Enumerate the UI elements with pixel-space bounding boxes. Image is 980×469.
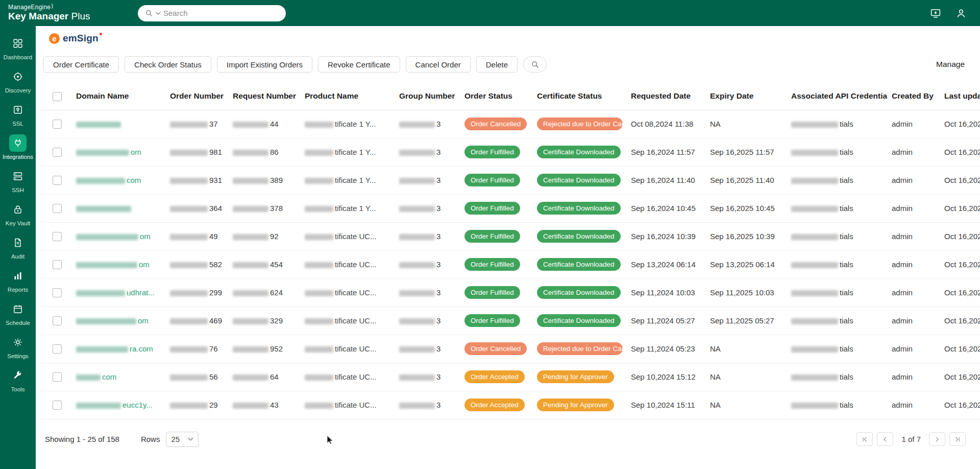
sidebar-item-settings[interactable]: Settings [0, 330, 36, 363]
cell-product-name: tificate UC... [301, 222, 395, 250]
cell-certificate-status: Certificate Downloaded [533, 250, 627, 278]
cell-api-credential: tials [787, 110, 888, 138]
first-page-button[interactable] [856, 432, 873, 446]
manage-link[interactable]: Manage [936, 60, 965, 69]
search-input[interactable] [163, 9, 279, 17]
cell-order-number: 469 [166, 307, 229, 335]
cell-request-number: 44 [229, 110, 301, 138]
cell-domain-name: com [72, 166, 166, 194]
table-search-button[interactable] [523, 56, 547, 73]
sidebar-item-discovery[interactable]: Discovery [0, 64, 36, 98]
cell-order-number: 582 [166, 250, 229, 278]
domain-link[interactable]: om [140, 232, 151, 241]
sidebar-item-integrations[interactable]: Integrations [0, 131, 36, 164]
revoke-certificate-button[interactable]: Revoke Certificate [318, 56, 400, 73]
redacted-text [233, 290, 268, 296]
redacted-text [170, 290, 208, 296]
sidebar-item-reports[interactable]: Reports [0, 264, 36, 297]
cell-api-credential: tials [787, 250, 888, 278]
row-checkbox[interactable] [53, 120, 62, 129]
check-order-status-button[interactable]: Check Order Status [125, 56, 211, 73]
redacted-text [791, 374, 838, 381]
domain-link[interactable]: ra.com [130, 344, 153, 353]
rows-per-page-select[interactable]: 25 [166, 432, 199, 447]
redacted-text [305, 178, 333, 184]
row-checkbox[interactable] [53, 372, 62, 382]
remote-console-icon[interactable] [930, 8, 941, 19]
redacted-text [233, 234, 268, 240]
brand-bold-text: Key Manager [8, 11, 68, 21]
row-checkbox[interactable] [53, 316, 62, 325]
row-checkbox[interactable] [53, 232, 62, 241]
sidebar-item-key-vault[interactable]: Key Vault [0, 197, 36, 230]
redacted-text [233, 150, 268, 156]
sidebar-item-ssl[interactable]: SSL [0, 98, 36, 131]
redacted-text [791, 150, 838, 156]
sidebar-item-dashboard[interactable]: Dashboard [0, 31, 36, 64]
import-existing-orders-button[interactable]: Import Existing Orders [217, 56, 312, 73]
row-checkbox[interactable] [53, 344, 62, 354]
last-page-button[interactable] [949, 432, 966, 446]
cell-api-credential: tials [787, 222, 888, 250]
cell-certificate-status: Pending for Approver [533, 363, 627, 391]
cell-created-by: admin [888, 138, 940, 166]
redacted-text [170, 318, 208, 324]
row-checkbox[interactable] [53, 260, 62, 269]
domain-link[interactable]: om [131, 148, 141, 156]
integrations-icon [9, 134, 27, 152]
table-row: om469329tificate UC...3Order FulfilledCe… [41, 307, 980, 335]
row-checkbox[interactable] [53, 204, 62, 213]
previous-page-button[interactable] [877, 432, 893, 446]
domain-link[interactable]: om [139, 260, 150, 269]
sidebar-item-schedule[interactable]: Schedule [0, 297, 36, 330]
cell-order-status: Order Cancelled [460, 335, 533, 363]
cancel-order-button[interactable]: Cancel Order [406, 56, 471, 73]
cell-select [41, 250, 72, 278]
search-scope-caret-icon[interactable] [156, 11, 161, 15]
cell-order-number: 49 [166, 222, 229, 250]
pagination: 1 of 7 [856, 432, 966, 446]
domain-link[interactable]: com [102, 372, 116, 381]
domain-link[interactable]: udhrat... [127, 288, 155, 297]
cell-expiry-date: Sep 16,2025 11:57 [706, 138, 787, 166]
row-checkbox[interactable] [53, 176, 62, 185]
table-row: eucc1y...2943tificate UC...3Order Accept… [41, 391, 980, 419]
next-page-button[interactable] [929, 432, 945, 446]
status-badge: Pending for Approver [537, 370, 614, 383]
cell-expiry-date: Sep 11,2025 05:27 [706, 307, 787, 335]
domain-link[interactable]: om [138, 316, 149, 325]
domain-link[interactable]: eucc1y... [122, 401, 153, 409]
global-search[interactable] [138, 5, 286, 21]
sidebar-item-label: Schedule [6, 320, 30, 326]
cell-domain-name [72, 110, 166, 138]
domain-link[interactable]: com [127, 176, 141, 184]
cell-certificate-status: Rejected due to Order Cance [533, 110, 627, 138]
row-checkbox[interactable] [53, 401, 62, 410]
col-header-last-updated: Last updated [940, 83, 980, 110]
cell-requested-date: Sep 10,2024 15:11 [627, 391, 706, 419]
cell-group-number: 3 [395, 166, 460, 194]
redacted-text [791, 206, 838, 212]
row-checkbox[interactable] [53, 148, 62, 157]
select-all-checkbox[interactable] [53, 92, 62, 101]
delete-button[interactable]: Delete [476, 56, 518, 73]
sidebar-item-tools[interactable]: Tools [0, 363, 36, 396]
sidebar-item-ssh[interactable]: SSH [0, 164, 36, 197]
cell-requested-date: Sep 16,2024 10:45 [627, 194, 706, 222]
redacted-text [233, 403, 268, 409]
showing-count: Showing 1 - 25 of 158 [45, 435, 119, 443]
user-account-icon[interactable] [955, 8, 967, 19]
cell-created-by: admin [888, 307, 940, 335]
cell-certificate-status: Pending for Approver [533, 391, 627, 419]
cell-product-name: tificate UC... [301, 391, 395, 419]
cell-certificate-status: Certificate Downloaded [533, 166, 627, 194]
order-certificate-button[interactable]: Order Certificate [43, 56, 119, 73]
status-badge: Order Fulfilled [464, 174, 520, 186]
row-checkbox[interactable] [53, 288, 62, 297]
reports-icon [9, 267, 27, 285]
sidebar-item-audit[interactable]: Audit [0, 230, 36, 264]
cell-created-by: admin [888, 166, 940, 194]
redacted-text [170, 206, 208, 212]
cell-created-by: admin [888, 391, 940, 419]
cell-api-credential: tials [787, 166, 888, 194]
